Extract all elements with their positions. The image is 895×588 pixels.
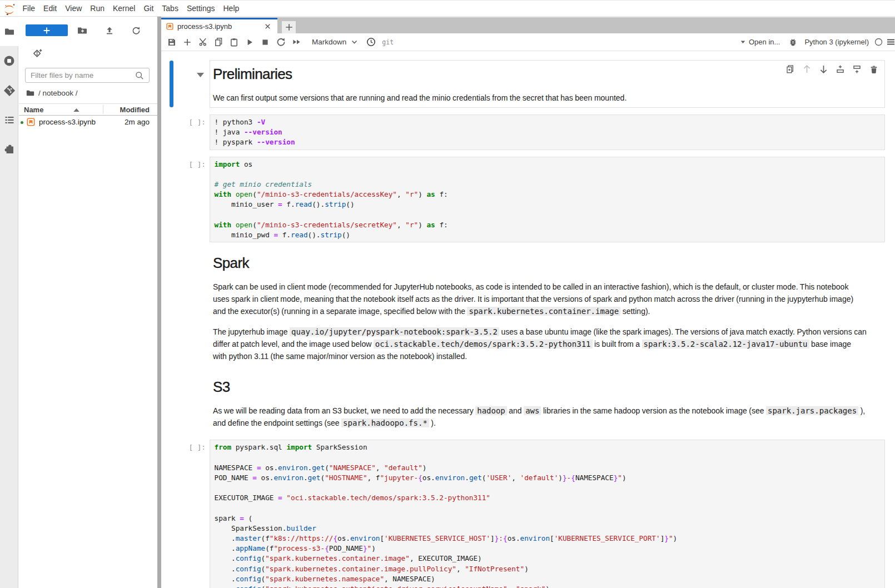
heading-collapser-icon[interactable] [197,73,204,77]
menu-item-git[interactable]: Git [140,1,158,16]
jupyterlab-app: FileEditViewRunKernelGitTabsSettingsHelp… [0,0,895,588]
markdown-paragraph: The jupyterhub image quay.io/jupyter/pys… [213,326,867,362]
tab-process-s3[interactable]: process-s3.ipynb [161,18,277,33]
kernel-name[interactable]: Python 3 (ipykernel) [804,38,869,46]
menu-item-run[interactable]: Run [86,1,109,16]
git-clone-button[interactable] [29,48,45,59]
sidebar-tab-git[interactable] [0,76,18,105]
menu-item-file[interactable]: File [18,1,39,16]
file-browser-toolbar [19,17,157,63]
cell-toolbar [784,64,879,74]
cut-cells-button[interactable] [195,36,211,49]
clock-icon [366,37,376,47]
menu-item-edit[interactable]: Edit [39,1,61,16]
upload-button[interactable] [102,25,117,36]
code-line: import os [215,160,885,170]
git-icon [4,85,15,96]
code-cell-editor[interactable]: ! python3 -V! java --version! pyspark --… [210,114,885,150]
markdown-heading: Preliminaries [213,66,882,82]
menu-item-kernel[interactable]: Kernel [108,1,139,16]
table-of-contents-icon [4,115,14,125]
history-button[interactable] [363,36,379,49]
column-header-name[interactable]: Name [24,106,43,114]
code-line: ! java --version [215,127,885,137]
markdown-cell-content[interactable]: S3As we will be reading data from an S3 … [210,373,885,433]
menu-item-settings[interactable]: Settings [182,1,219,16]
markdown-cell[interactable]: PreliminariesWe can first output some ve… [161,60,895,108]
bug-icon [789,38,797,46]
copy-cells-button[interactable] [211,36,226,49]
menu-item-help[interactable]: Help [219,1,243,16]
file-filter-box [25,68,150,83]
notebook-toolbar: Markdown git Open in... Python 3 (ipyker… [161,33,895,51]
paste-icon [230,38,238,47]
code-cell-editor[interactable]: import os # get minio credentialswith op… [210,157,885,243]
running-indicator-dot [21,121,23,124]
move-cell-up-button[interactable] [802,64,812,74]
duplicate-cell-button[interactable] [785,64,795,74]
new-folder-button[interactable] [74,25,90,36]
code-cell[interactable]: [ ]:import os # get minio credentialswit… [161,157,895,243]
markdown-cell-content[interactable]: PreliminariesWe can first output some ve… [210,60,885,108]
sidebar-tab-file-browser[interactable] [0,17,19,46]
sidebar-splitter[interactable] [157,17,161,588]
menu-item-view[interactable]: View [61,1,86,16]
restart-and-run-all-button[interactable] [289,36,304,49]
folder-icon [4,27,14,37]
new-launcher-button[interactable] [26,24,68,36]
save-button[interactable] [164,36,180,49]
sidebar-tab-table-of-contents[interactable] [0,105,18,134]
kernel-idle-icon[interactable] [874,38,883,46]
markdown-paragraph: We can first output some versions that a… [213,92,867,104]
add-icon [285,23,294,32]
markdown-cell[interactable]: S3As we will be reading data from an S3 … [161,373,895,433]
delete-cell-button[interactable] [869,64,878,74]
move-cell-down-button[interactable] [819,64,828,74]
close-icon[interactable] [264,23,271,30]
restart-kernel-button[interactable] [273,36,289,49]
breadcrumb[interactable]: / notebook / [26,88,78,98]
copy-icon [214,37,223,47]
cell-type-dropdown[interactable]: Markdown [312,38,358,46]
file-row[interactable]: process-s3.ipynb 2m ago [19,116,157,129]
panel-menu-button[interactable] [883,36,895,49]
open-in-dropdown[interactable]: Open in... [740,38,780,46]
code-cell[interactable]: [ ]:! python3 -V! java --version! pyspar… [161,114,895,150]
stop-icon [261,38,270,47]
refresh-button[interactable] [128,25,144,36]
markdown-cell-content[interactable]: SparkSpark can be used in client mode (r… [210,249,885,366]
file-listing-header: Name Modified [19,103,157,116]
add-icon [183,38,192,47]
code-line: with open("/minio-s3-credentials/secretK… [215,220,885,230]
notebook-icon [166,23,173,30]
notebook-icon [27,118,35,126]
dock-tab-bar: process-s3.ipynb [161,17,895,33]
sidebar-tab-running-terminals-and-kernels[interactable] [0,46,18,76]
sidebar-tab-extension-manager[interactable] [0,134,18,164]
paste-cells-button[interactable] [226,36,242,49]
insert-cell-above-button[interactable] [836,64,845,74]
jupyter-logo-icon [0,1,18,16]
save-icon [167,38,176,47]
code-cell[interactable]: [ ]:from pyspark.sql import SparkSession… [161,440,895,588]
insert-below-icon [852,64,862,74]
column-header-modified[interactable]: Modified [120,106,150,114]
fast-forward-icon [292,37,301,47]
code-line: POD_NAME = os.environ.get("HOSTNAME", f"… [215,473,885,483]
insert-cell-button[interactable] [180,36,195,49]
file-filter-input[interactable] [26,71,135,79]
markdown-heading: Spark [213,255,882,271]
add-tab-button[interactable] [282,21,296,33]
run-cell-button[interactable] [242,36,257,49]
insert-cell-below-button[interactable] [852,64,862,74]
menu-item-tabs[interactable]: Tabs [158,1,183,16]
file-name: process-s3.ipynb [39,118,96,126]
cell-prompt: [ ]: [161,157,206,170]
interrupt-kernel-button[interactable] [257,36,273,49]
code-line: SparkSession.builder [215,524,885,534]
markdown-cell[interactable]: SparkSpark can be used in client mode (r… [161,249,895,366]
code-cell-editor[interactable]: from pyspark.sql import SparkSession NAM… [210,440,885,588]
hamburger-icon [886,37,895,47]
debugger-button[interactable] [785,36,800,49]
column-divider [103,105,103,114]
